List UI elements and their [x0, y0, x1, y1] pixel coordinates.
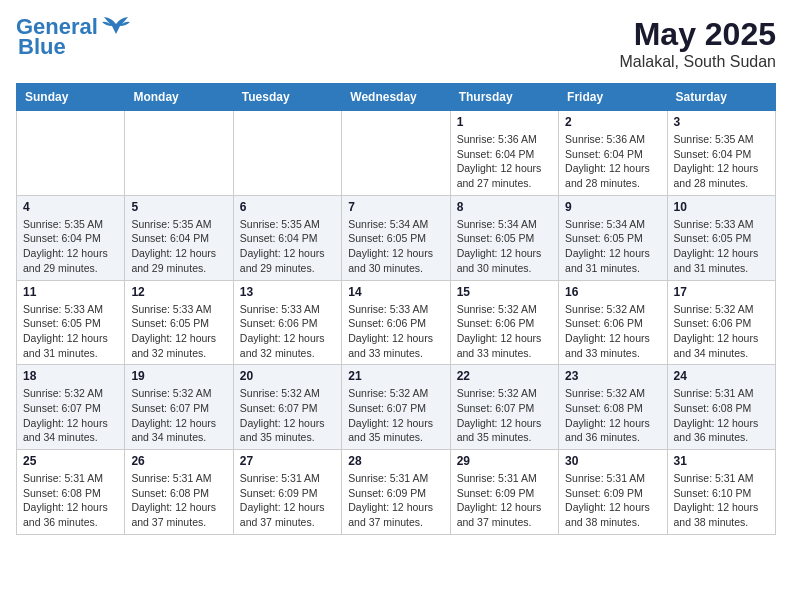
- day-info: Sunrise: 5:35 AMSunset: 6:04 PMDaylight:…: [131, 217, 226, 276]
- calendar-table: SundayMondayTuesdayWednesdayThursdayFrid…: [16, 83, 776, 535]
- day-number: 8: [457, 200, 552, 214]
- calendar-cell: 12Sunrise: 5:33 AMSunset: 6:05 PMDayligh…: [125, 280, 233, 365]
- calendar-cell: 14Sunrise: 5:33 AMSunset: 6:06 PMDayligh…: [342, 280, 450, 365]
- calendar-cell: [342, 111, 450, 196]
- day-info: Sunrise: 5:32 AMSunset: 6:07 PMDaylight:…: [23, 386, 118, 445]
- calendar-cell: 9Sunrise: 5:34 AMSunset: 6:05 PMDaylight…: [559, 195, 667, 280]
- calendar-cell: 27Sunrise: 5:31 AMSunset: 6:09 PMDayligh…: [233, 450, 341, 535]
- day-number: 5: [131, 200, 226, 214]
- day-info: Sunrise: 5:33 AMSunset: 6:06 PMDaylight:…: [240, 302, 335, 361]
- day-info: Sunrise: 5:31 AMSunset: 6:09 PMDaylight:…: [457, 471, 552, 530]
- day-number: 25: [23, 454, 118, 468]
- calendar-cell: [233, 111, 341, 196]
- day-info: Sunrise: 5:33 AMSunset: 6:05 PMDaylight:…: [131, 302, 226, 361]
- day-info: Sunrise: 5:31 AMSunset: 6:09 PMDaylight:…: [348, 471, 443, 530]
- calendar-cell: 7Sunrise: 5:34 AMSunset: 6:05 PMDaylight…: [342, 195, 450, 280]
- calendar-week-1: 1Sunrise: 5:36 AMSunset: 6:04 PMDaylight…: [17, 111, 776, 196]
- day-number: 27: [240, 454, 335, 468]
- day-header-friday: Friday: [559, 84, 667, 111]
- day-number: 24: [674, 369, 769, 383]
- logo-bird-icon: [102, 16, 130, 36]
- day-number: 4: [23, 200, 118, 214]
- day-info: Sunrise: 5:32 AMSunset: 6:07 PMDaylight:…: [240, 386, 335, 445]
- calendar-cell: 30Sunrise: 5:31 AMSunset: 6:09 PMDayligh…: [559, 450, 667, 535]
- day-number: 21: [348, 369, 443, 383]
- calendar-cell: 16Sunrise: 5:32 AMSunset: 6:06 PMDayligh…: [559, 280, 667, 365]
- day-number: 17: [674, 285, 769, 299]
- day-info: Sunrise: 5:35 AMSunset: 6:04 PMDaylight:…: [240, 217, 335, 276]
- day-header-monday: Monday: [125, 84, 233, 111]
- calendar-cell: 26Sunrise: 5:31 AMSunset: 6:08 PMDayligh…: [125, 450, 233, 535]
- calendar-cell: 8Sunrise: 5:34 AMSunset: 6:05 PMDaylight…: [450, 195, 558, 280]
- day-info: Sunrise: 5:32 AMSunset: 6:07 PMDaylight:…: [131, 386, 226, 445]
- day-info: Sunrise: 5:36 AMSunset: 6:04 PMDaylight:…: [565, 132, 660, 191]
- day-header-saturday: Saturday: [667, 84, 775, 111]
- day-header-tuesday: Tuesday: [233, 84, 341, 111]
- calendar-cell: 1Sunrise: 5:36 AMSunset: 6:04 PMDaylight…: [450, 111, 558, 196]
- calendar-cell: 28Sunrise: 5:31 AMSunset: 6:09 PMDayligh…: [342, 450, 450, 535]
- day-info: Sunrise: 5:36 AMSunset: 6:04 PMDaylight:…: [457, 132, 552, 191]
- calendar-cell: 25Sunrise: 5:31 AMSunset: 6:08 PMDayligh…: [17, 450, 125, 535]
- day-number: 9: [565, 200, 660, 214]
- day-info: Sunrise: 5:33 AMSunset: 6:05 PMDaylight:…: [23, 302, 118, 361]
- day-number: 14: [348, 285, 443, 299]
- day-info: Sunrise: 5:31 AMSunset: 6:10 PMDaylight:…: [674, 471, 769, 530]
- month-year-title: May 2025: [619, 16, 776, 53]
- calendar-cell: 5Sunrise: 5:35 AMSunset: 6:04 PMDaylight…: [125, 195, 233, 280]
- day-number: 12: [131, 285, 226, 299]
- day-info: Sunrise: 5:31 AMSunset: 6:08 PMDaylight:…: [23, 471, 118, 530]
- calendar-cell: 21Sunrise: 5:32 AMSunset: 6:07 PMDayligh…: [342, 365, 450, 450]
- day-number: 28: [348, 454, 443, 468]
- calendar-week-3: 11Sunrise: 5:33 AMSunset: 6:05 PMDayligh…: [17, 280, 776, 365]
- day-info: Sunrise: 5:32 AMSunset: 6:06 PMDaylight:…: [565, 302, 660, 361]
- calendar-cell: 23Sunrise: 5:32 AMSunset: 6:08 PMDayligh…: [559, 365, 667, 450]
- day-number: 19: [131, 369, 226, 383]
- day-number: 29: [457, 454, 552, 468]
- day-header-wednesday: Wednesday: [342, 84, 450, 111]
- title-block: May 2025 Malakal, South Sudan: [619, 16, 776, 71]
- day-info: Sunrise: 5:33 AMSunset: 6:05 PMDaylight:…: [674, 217, 769, 276]
- day-number: 6: [240, 200, 335, 214]
- day-number: 15: [457, 285, 552, 299]
- day-number: 31: [674, 454, 769, 468]
- day-header-thursday: Thursday: [450, 84, 558, 111]
- day-info: Sunrise: 5:34 AMSunset: 6:05 PMDaylight:…: [457, 217, 552, 276]
- location-subtitle: Malakal, South Sudan: [619, 53, 776, 71]
- calendar-week-5: 25Sunrise: 5:31 AMSunset: 6:08 PMDayligh…: [17, 450, 776, 535]
- logo: General Blue: [16, 16, 130, 60]
- day-info: Sunrise: 5:34 AMSunset: 6:05 PMDaylight:…: [565, 217, 660, 276]
- day-info: Sunrise: 5:31 AMSunset: 6:09 PMDaylight:…: [565, 471, 660, 530]
- day-info: Sunrise: 5:32 AMSunset: 6:07 PMDaylight:…: [348, 386, 443, 445]
- calendar-header-row: SundayMondayTuesdayWednesdayThursdayFrid…: [17, 84, 776, 111]
- calendar-cell: [17, 111, 125, 196]
- day-number: 7: [348, 200, 443, 214]
- calendar-body: 1Sunrise: 5:36 AMSunset: 6:04 PMDaylight…: [17, 111, 776, 535]
- calendar-cell: 22Sunrise: 5:32 AMSunset: 6:07 PMDayligh…: [450, 365, 558, 450]
- day-number: 2: [565, 115, 660, 129]
- day-number: 22: [457, 369, 552, 383]
- day-number: 20: [240, 369, 335, 383]
- calendar-cell: 31Sunrise: 5:31 AMSunset: 6:10 PMDayligh…: [667, 450, 775, 535]
- calendar-cell: 17Sunrise: 5:32 AMSunset: 6:06 PMDayligh…: [667, 280, 775, 365]
- day-number: 1: [457, 115, 552, 129]
- calendar-cell: 13Sunrise: 5:33 AMSunset: 6:06 PMDayligh…: [233, 280, 341, 365]
- calendar-cell: 10Sunrise: 5:33 AMSunset: 6:05 PMDayligh…: [667, 195, 775, 280]
- day-info: Sunrise: 5:31 AMSunset: 6:08 PMDaylight:…: [674, 386, 769, 445]
- calendar-cell: 15Sunrise: 5:32 AMSunset: 6:06 PMDayligh…: [450, 280, 558, 365]
- day-number: 23: [565, 369, 660, 383]
- calendar-cell: 4Sunrise: 5:35 AMSunset: 6:04 PMDaylight…: [17, 195, 125, 280]
- day-number: 16: [565, 285, 660, 299]
- calendar-cell: 3Sunrise: 5:35 AMSunset: 6:04 PMDaylight…: [667, 111, 775, 196]
- day-number: 11: [23, 285, 118, 299]
- calendar-week-4: 18Sunrise: 5:32 AMSunset: 6:07 PMDayligh…: [17, 365, 776, 450]
- calendar-cell: 20Sunrise: 5:32 AMSunset: 6:07 PMDayligh…: [233, 365, 341, 450]
- calendar-cell: 29Sunrise: 5:31 AMSunset: 6:09 PMDayligh…: [450, 450, 558, 535]
- page-header: General Blue May 2025 Malakal, South Sud…: [16, 16, 776, 71]
- calendar-cell: [125, 111, 233, 196]
- day-info: Sunrise: 5:32 AMSunset: 6:08 PMDaylight:…: [565, 386, 660, 445]
- calendar-cell: 19Sunrise: 5:32 AMSunset: 6:07 PMDayligh…: [125, 365, 233, 450]
- day-number: 10: [674, 200, 769, 214]
- day-number: 13: [240, 285, 335, 299]
- calendar-cell: 6Sunrise: 5:35 AMSunset: 6:04 PMDaylight…: [233, 195, 341, 280]
- day-info: Sunrise: 5:32 AMSunset: 6:06 PMDaylight:…: [457, 302, 552, 361]
